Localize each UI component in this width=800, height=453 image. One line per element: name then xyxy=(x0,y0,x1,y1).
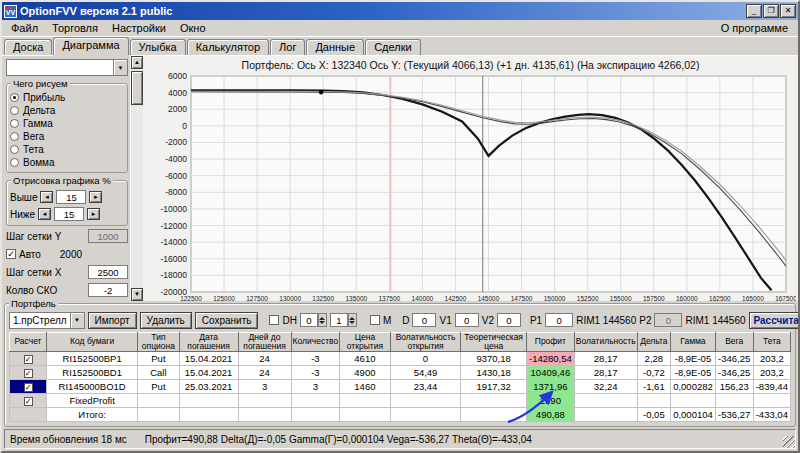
below-decrement-button[interactable]: ◂ xyxy=(38,208,51,220)
tab-4[interactable]: Лог xyxy=(270,39,305,55)
dh-spinner-2[interactable] xyxy=(330,313,357,327)
v2-input[interactable] xyxy=(497,313,521,327)
profit-chart[interactable]: 6000400020000-2000-4000-6000-8000-10000-… xyxy=(143,72,796,301)
dh-spinner-2-input[interactable] xyxy=(330,313,348,327)
menu-item-3[interactable]: Окно xyxy=(173,21,213,35)
x-tick-label: 140000 xyxy=(412,295,434,301)
cell: 3 xyxy=(238,379,291,393)
cell: 3 xyxy=(291,379,340,393)
above-decrement-button[interactable]: ◂ xyxy=(40,191,53,203)
sko-count-input[interactable] xyxy=(88,283,128,297)
below-increment-button[interactable]: ▸ xyxy=(87,208,100,220)
row-checkbox[interactable]: ✓ xyxy=(24,355,33,364)
menu-about[interactable]: О программе xyxy=(713,21,796,35)
draw-option-0[interactable]: Прибыль xyxy=(10,91,124,104)
tab-3[interactable]: Калькулятор xyxy=(187,39,269,55)
y-tick-label: -12000 xyxy=(161,220,188,230)
row-checkbox[interactable]: ✓ xyxy=(24,397,33,406)
dh-spinner-1-input[interactable] xyxy=(300,313,318,327)
save-button[interactable]: Сохранить xyxy=(195,312,259,329)
below-value-input[interactable] xyxy=(54,207,84,221)
row-select-cell[interactable]: ✓ xyxy=(10,365,47,379)
row-checkbox[interactable]: ✓ xyxy=(24,383,33,392)
table-row[interactable]: ✓FixedProfit2990 xyxy=(10,393,791,407)
row-select-cell[interactable]: ✓ xyxy=(10,379,47,393)
chart-settings-panel: ▼ Чего рисуем ПрибыльДельтаГаммаВегаТета… xyxy=(2,56,130,301)
row-select-cell[interactable]: ✓ xyxy=(10,393,47,407)
x-tick-label: 165000 xyxy=(742,295,764,301)
table-row[interactable]: Итого:490,88-0,050,000104-536,27-433,04 xyxy=(10,407,791,421)
cell: Call xyxy=(138,365,179,379)
cell xyxy=(461,407,526,421)
y-tick-label: 6000 xyxy=(168,72,187,81)
tab-0[interactable]: Доска xyxy=(4,39,52,55)
minimize-button[interactable]: _ xyxy=(746,4,762,18)
cell: Put xyxy=(138,379,179,393)
column-header-14: Тета xyxy=(753,333,790,352)
cell xyxy=(238,407,291,421)
draw-option-4[interactable]: Тета xyxy=(10,143,124,156)
scrollbar-track[interactable] xyxy=(131,69,143,288)
draw-option-5[interactable]: Вомма xyxy=(10,156,124,169)
p1-input[interactable] xyxy=(545,313,573,327)
calc-margin-button[interactable]: Рассчитать ГО xyxy=(749,312,800,329)
cell: 1371,96 xyxy=(526,379,574,393)
scrollbar-thumb[interactable] xyxy=(131,71,143,105)
sidebar-scrollbar[interactable]: ▲ ▼ xyxy=(130,56,143,301)
menu-bar: ФайлТорговляНастройкиОкно О программе xyxy=(2,20,798,37)
draw-group-title: Чего рисуем xyxy=(11,78,70,89)
table-row[interactable]: ✓RI152500BD1Call15.04.202124-3490054,491… xyxy=(10,365,791,379)
y-tick-label: -14000 xyxy=(161,237,188,247)
spinner-arrows-icon[interactable] xyxy=(318,313,327,327)
menu-item-2[interactable]: Настройки xyxy=(105,21,173,35)
x-tick-label: 132500 xyxy=(312,295,334,301)
row-select-cell[interactable] xyxy=(10,407,47,421)
menu-item-0[interactable]: Файл xyxy=(4,21,45,35)
row-select-cell[interactable]: ✓ xyxy=(10,351,47,365)
draw-option-1[interactable]: Дельта xyxy=(10,104,124,117)
radio-icon xyxy=(10,158,19,167)
row-checkbox[interactable]: ✓ xyxy=(24,369,33,378)
draw-option-2[interactable]: Гамма xyxy=(10,117,124,130)
d-input[interactable] xyxy=(412,313,436,327)
cell xyxy=(637,393,671,407)
delete-button[interactable]: Удалить xyxy=(140,312,192,329)
chevron-down-icon[interactable]: ▼ xyxy=(113,60,127,75)
app-icon: VV xyxy=(4,5,17,18)
resize-grip[interactable] xyxy=(783,436,795,448)
scroll-down-icon[interactable]: ▼ xyxy=(131,288,143,301)
maximize-button[interactable]: ❐ xyxy=(763,4,779,18)
grid-step-y-input[interactable] xyxy=(88,229,128,243)
dh-spinner-1[interactable] xyxy=(300,313,327,327)
m-checkbox[interactable]: М xyxy=(370,315,391,326)
above-increment-button[interactable]: ▸ xyxy=(89,191,102,203)
above-value-input[interactable] xyxy=(56,190,86,204)
y-tick-label: -18000 xyxy=(161,270,188,280)
top-combo[interactable]: ▼ xyxy=(6,59,128,76)
tab-6[interactable]: Сделки xyxy=(365,39,421,55)
draw-option-3[interactable]: Вега xyxy=(10,130,124,143)
radio-icon xyxy=(10,119,19,128)
cell: 28,17 xyxy=(574,351,637,365)
dh-checkbox[interactable]: DH xyxy=(269,315,296,326)
spinner-arrows-icon[interactable] xyxy=(348,313,357,327)
cell: Итого: xyxy=(47,407,138,421)
cell: 156,23 xyxy=(715,379,753,393)
v1-input[interactable] xyxy=(455,313,479,327)
p2-input[interactable] xyxy=(654,313,682,327)
tab-1[interactable]: Диаграмма xyxy=(53,37,128,55)
menu-item-1[interactable]: Торговля xyxy=(45,21,105,35)
d-label: D xyxy=(402,315,409,326)
chevron-down-icon[interactable]: ▼ xyxy=(70,313,84,328)
scroll-up-icon[interactable]: ▲ xyxy=(131,56,143,69)
cell: 15.04.2021 xyxy=(179,365,238,379)
close-button[interactable]: ✕ xyxy=(780,4,796,18)
import-button[interactable]: Импорт xyxy=(88,312,137,329)
table-row[interactable]: ✓RI145000BO1DPut25.03.202133146023,44191… xyxy=(10,379,791,393)
grid-step-x-input[interactable] xyxy=(88,265,128,279)
table-row[interactable]: ✓RI152500BP1Put15.04.202124-3461009370,1… xyxy=(10,351,791,365)
auto-checkbox[interactable]: Авто xyxy=(6,249,41,260)
tab-2[interactable]: Улыбка xyxy=(130,39,186,55)
tab-5[interactable]: Данные xyxy=(306,39,364,55)
portfolio-combo[interactable]: 1.прСтрелл ▼ xyxy=(9,312,85,329)
